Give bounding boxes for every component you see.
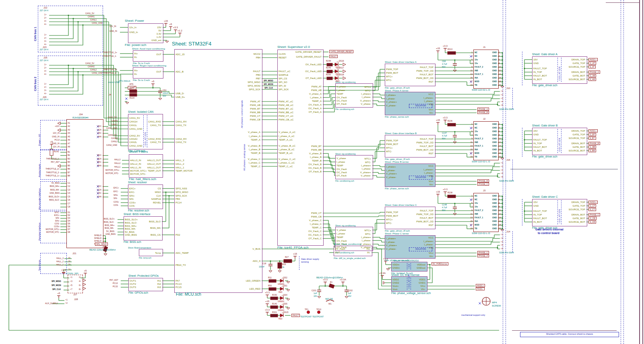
header-pin[interactable]: 8> — [79, 288, 81, 290]
pin-number: 5 — [469, 59, 473, 61]
j34-pin-name: B1 — [68, 151, 70, 153]
header-pin[interactable]: 1> — [44, 83, 47, 85]
header-pin[interactable]: <3 — [70, 280, 72, 282]
text-label: R140 — [272, 303, 277, 305]
pin-J10[interactable]: <1 — [501, 90, 503, 92]
header-pin[interactable]: 3> — [44, 40, 47, 42]
pin-number: 6 — [499, 131, 500, 133]
vertical-label: CAN bus 1 — [34, 27, 37, 41]
header-pin[interactable]: <1 — [70, 276, 72, 278]
pin-name-gnd: GND — [473, 209, 497, 211]
pin-J14[interactable]: <5 — [501, 248, 503, 250]
header-pin[interactable]: 1> — [44, 64, 47, 66]
header-pin[interactable]: 2> — [44, 67, 47, 69]
text-label: CANL2 — [90, 69, 97, 71]
sheet-pin: OT_Fault_LED — [277, 77, 322, 79]
section-divider — [623, 0, 624, 344]
pin-J14[interactable]: <4 — [501, 244, 503, 246]
header-pin[interactable]: 6> — [79, 284, 81, 286]
pin-J14[interactable]: <3 — [501, 241, 503, 243]
header-pin[interactable]: 1> — [44, 14, 47, 16]
sheet-title-gdb: Sheet: Gate driver B — [532, 124, 557, 127]
sheet-pin: I_phase- — [385, 100, 433, 102]
header-pin[interactable]: 3> — [44, 70, 47, 72]
sheet-pin: CLK — [128, 195, 161, 197]
j34-net-label: COS- — [41, 223, 60, 225]
pin-J10[interactable]: <3 — [501, 97, 503, 99]
pin-J10[interactable]: <4 — [501, 101, 503, 103]
header-pin[interactable]: <7 — [70, 288, 72, 290]
header-pin[interactable]: 4< — [68, 257, 71, 259]
sheet-pin: PWM_BOT_OD — [385, 220, 433, 223]
isolation-label: ISOLATION — [408, 274, 410, 288]
hier-label-S_BB: S_BB — [588, 149, 596, 152]
pin-J14[interactable]: <1 — [501, 234, 503, 236]
sheet-title-sensea: Sheet: Phase A sense — [385, 89, 409, 92]
pin-J15[interactable]: <2 — [501, 166, 503, 168]
pin-name-gnd: GND — [473, 62, 497, 64]
header-pin[interactable]: 3> — [44, 89, 47, 91]
header-pin[interactable]: <5 — [70, 284, 72, 286]
isolation-line — [557, 129, 558, 153]
header-pin[interactable]: 2< — [68, 263, 71, 265]
text-label: CANL1 — [111, 124, 118, 126]
sheet-pin: MCO2 — [174, 53, 260, 55]
j34-pin-name: C2C — [66, 185, 101, 187]
sheet-title-biss: Sheet: BiSS interface — [124, 213, 151, 216]
header-pin[interactable]: 2> — [44, 86, 47, 88]
pin-J10[interactable]: <5 — [501, 104, 503, 106]
text-label: J34 — [79, 113, 83, 116]
sheet-pin: PWM_BT — [174, 108, 260, 110]
header-pin[interactable]: 4> — [44, 23, 47, 25]
j34-net-label: THROTTLE_1- — [41, 158, 60, 160]
pin-J15[interactable]: <3 — [501, 169, 503, 171]
connector-J34[interactable] — [66, 119, 103, 248]
isolation-label: ISOLATION — [559, 209, 561, 223]
header-pin[interactable]: <2 — [65, 302, 68, 304]
sheet-frame — [512, 330, 617, 331]
j34-pin-name: D2 — [68, 214, 70, 216]
text-label: J27 — [73, 293, 77, 296]
pin-number: 4 — [499, 55, 500, 57]
pin-J15[interactable]: <4 — [501, 172, 503, 174]
text-label: R50 — [268, 285, 272, 287]
sheet-pin: MTC- — [335, 233, 371, 235]
header-pin[interactable]: <1 — [65, 299, 68, 301]
header-pin[interactable]: 2> — [44, 37, 47, 39]
sheet-pin: SPI3_MOSI — [174, 85, 260, 87]
sheet-pin: RST — [385, 81, 433, 83]
resistor — [327, 70, 332, 73]
header-pin[interactable]: 4> — [44, 73, 47, 75]
j34-net-label: THROTTLE_2- — [41, 172, 60, 174]
header-pin[interactable]: 4> — [44, 93, 47, 95]
hier-arrow — [83, 283, 86, 286]
sheet-vbus[interactable] — [334, 246, 372, 256]
pin-name-gnd: GND — [473, 66, 497, 68]
pin-J15[interactable]: <1 — [501, 162, 503, 164]
header-pin[interactable]: 3< — [68, 260, 71, 262]
hier-label-FAULT: FAULT — [329, 55, 338, 58]
pin-name-gnd: GND — [473, 202, 497, 204]
sheet-pin: OV_Fault_B — [277, 163, 322, 166]
header-pin[interactable]: 1> — [44, 34, 47, 36]
header-pin[interactable]: 4> — [44, 44, 47, 46]
power-flag-label: +15 — [433, 191, 443, 193]
sheet-pin: IN3 — [128, 286, 161, 288]
sheet-title-condc: Sheet: sig conditioning — [335, 224, 355, 227]
header-pin[interactable]: 2> — [44, 17, 47, 19]
pin-number: 11 — [469, 70, 473, 72]
sheet-frame — [642, 0, 643, 344]
sheet-title-btemp: Sheet: Board temperature — [128, 246, 151, 249]
pin-J15[interactable]: <5 — [501, 176, 503, 178]
pin-J14[interactable]: <2 — [501, 237, 503, 239]
header-pin[interactable]: 2> — [79, 276, 81, 278]
gnd-symbol — [165, 41, 169, 43]
sheet-pin: PWM_CT_uC — [279, 115, 293, 117]
vertical-label: Abs encoder interface — [39, 188, 41, 210]
pin-J10[interactable]: <2 — [501, 94, 503, 96]
power-flag-label: +5 — [80, 269, 90, 272]
header-pin[interactable]: 4> — [79, 280, 81, 282]
header-pin[interactable]: 3> — [44, 20, 47, 22]
header-pin[interactable]: 1< — [68, 268, 71, 270]
sheet-pin: I_phase_A — [277, 96, 322, 99]
